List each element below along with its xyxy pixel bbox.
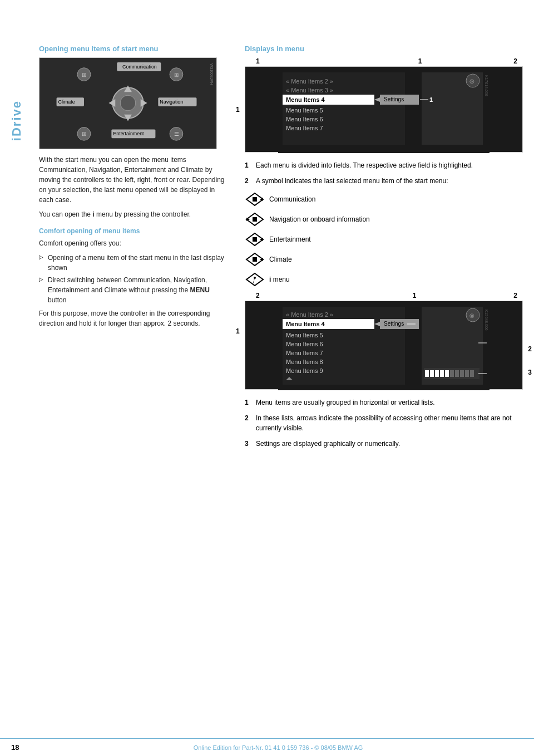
top-display-svg: « Menu Items 2 » « Menu Items 3 » Menu I… [245, 67, 522, 153]
top-display-wrapper: 1 1 2 1 « Menu Items 2 » [245, 57, 523, 153]
right-column: Displays in menu 1 1 2 1 [245, 45, 523, 454]
nav-icon-svg [245, 212, 264, 227]
num-bot-1: 1 [245, 397, 256, 408]
right-num-2-bot: 2 [528, 345, 532, 353]
diagram-svg: Communication Navigation Entertainment C… [39, 58, 216, 149]
svg-text:⊞: ⊞ [174, 72, 179, 78]
svg-text:Communication: Communication [122, 64, 157, 70]
top-num-1b: 1 [418, 57, 422, 65]
page-number: 18 [11, 743, 33, 752]
svg-rect-81 [455, 370, 459, 377]
entertainment-icon [245, 232, 265, 247]
communication-label: Communication [269, 195, 315, 204]
svg-rect-78 [440, 370, 444, 377]
bullet-item-1: Opening of a menu item of the start menu… [39, 253, 228, 273]
svg-text:K17614.006: K17614.006 [484, 75, 488, 96]
symbols-list: Communication Navigation or onboard info… [245, 192, 523, 287]
comm-icon-svg [245, 192, 264, 207]
svg-rect-52 [253, 257, 257, 262]
symbol-imenu: i i menu [245, 272, 523, 287]
svg-text:Menu Items 5: Menu Items 5 [286, 107, 323, 114]
top-num-2: 2 [513, 57, 517, 65]
ent-icon-svg [245, 232, 264, 247]
comfort-heading: Comfort opening of menu items [39, 227, 228, 235]
bottom-display-svg: « Menu Items 2 » Menu Items 4 Settings [245, 301, 522, 390]
symbol-climate: Climate [245, 252, 523, 267]
svg-text:W31003JPH: W31003JPH [210, 63, 214, 85]
svg-marker-54 [246, 273, 263, 286]
left-column: Opening menu items of start menu Communi… [39, 45, 228, 454]
bot-num-1: 1 [413, 292, 417, 300]
text-bot-3: Settings are displayed graphically or nu… [256, 439, 400, 449]
sidebar: iDrive [0, 33, 33, 734]
svg-text:Settings: Settings [384, 96, 404, 102]
body-text-1: With the start menu you can open the men… [39, 155, 228, 205]
svg-text:Settings: Settings [384, 321, 404, 327]
entertainment-label: Entertainment [269, 235, 311, 244]
bottom-display-box: « Menu Items 2 » Menu Items 4 Settings [245, 301, 523, 390]
top-num-1a: 1 [256, 57, 260, 65]
svg-text:1: 1 [429, 96, 433, 103]
right-section-heading: Displays in menu [245, 45, 523, 53]
svg-rect-79 [445, 370, 449, 377]
svg-text:Navigation: Navigation [160, 99, 183, 105]
comfort-intro: Comfort opening offers you: [39, 238, 228, 248]
numbered-item-2: 2 A symbol indicates the last selected m… [245, 176, 523, 186]
svg-text:Menu Items 5: Menu Items 5 [286, 332, 323, 338]
navigation-icon [245, 212, 265, 227]
right-num-3-bot: 3 [528, 369, 532, 376]
sidebar-label: iDrive [9, 100, 24, 141]
bot-num-2a: 2 [256, 292, 260, 300]
svg-text:Menu Items 4: Menu Items 4 [286, 321, 325, 327]
page-footer: 18 Online Edition for Part-Nr. 01 41 0 1… [0, 738, 534, 756]
text-2: A symbol indicates the last selected men… [256, 176, 448, 186]
svg-text:☰: ☰ [174, 131, 179, 137]
svg-text:Menu Items 6: Menu Items 6 [286, 341, 323, 347]
svg-text:Menu Items 8: Menu Items 8 [286, 359, 323, 365]
svg-rect-77 [435, 370, 439, 377]
symbol-navigation: Navigation or onboard information [245, 212, 523, 227]
svg-text:Menu Items 6: Menu Items 6 [286, 116, 323, 122]
svg-text:Menu Items 7: Menu Items 7 [286, 350, 323, 356]
numbered-item-bot-2: 2 In these lists, arrows indicate the po… [245, 413, 523, 433]
climate-label: Climate [269, 255, 292, 264]
symbol-entertainment: Entertainment [245, 232, 523, 247]
main-content: Opening menu items of start menu Communi… [33, 33, 534, 734]
num-bot-3: 3 [245, 439, 256, 449]
svg-rect-46 [253, 217, 257, 222]
svg-text:⊞: ⊞ [82, 72, 86, 78]
num-2: 2 [245, 176, 256, 186]
body-text-2: You can open the i menu by pressing the … [39, 209, 228, 219]
svg-rect-76 [430, 370, 434, 377]
svg-text:« Menu Items 2 »: « Menu Items 2 » [286, 78, 333, 85]
num-bot-2: 2 [245, 413, 256, 433]
text-bot-1: Menu items are usually grouped in horizo… [256, 397, 434, 408]
svg-text:Menu Items 9: Menu Items 9 [286, 367, 323, 374]
footer-text: Online Edition for Part-Nr. 01 41 0 159 … [33, 744, 523, 751]
bot-num-2b: 2 [513, 292, 517, 300]
svg-rect-49 [253, 237, 257, 242]
top-display-box: « Menu Items 2 » « Menu Items 3 » Menu I… [245, 66, 523, 153]
svg-text:K15648.006: K15648.006 [484, 310, 488, 331]
text-bot-2: In these lists, arrows indicate the poss… [256, 413, 523, 433]
climate-icon-svg [245, 252, 264, 267]
imenu-icon-svg: i [245, 272, 264, 287]
svg-text:« Menu Items 2 »: « Menu Items 2 » [286, 311, 333, 318]
text-1: Each menu is divided into fields. The re… [256, 160, 473, 170]
svg-text:◎: ◎ [469, 312, 474, 318]
svg-rect-84 [470, 370, 474, 377]
svg-text:Menu Items 4: Menu Items 4 [286, 96, 325, 103]
bullet-item-2: Direct switching between Communication, … [39, 275, 228, 305]
svg-rect-82 [460, 370, 464, 377]
num-1: 1 [245, 160, 256, 170]
svg-text:i: i [253, 279, 255, 284]
svg-text:◎: ◎ [469, 78, 474, 84]
two-column-layout: Opening menu items of start menu Communi… [39, 45, 523, 454]
communication-icon [245, 192, 265, 207]
left-num-1-bot: 1 [236, 327, 240, 335]
svg-text:Entertainment: Entertainment [113, 131, 144, 136]
page-wrapper: iDrive Opening menu items of start menu [0, 0, 534, 756]
imenu-label: i menu [269, 275, 290, 284]
imenu-icon: i [245, 272, 265, 287]
numbered-item-bot-3: 3 Settings are displayed graphically or … [245, 439, 523, 449]
